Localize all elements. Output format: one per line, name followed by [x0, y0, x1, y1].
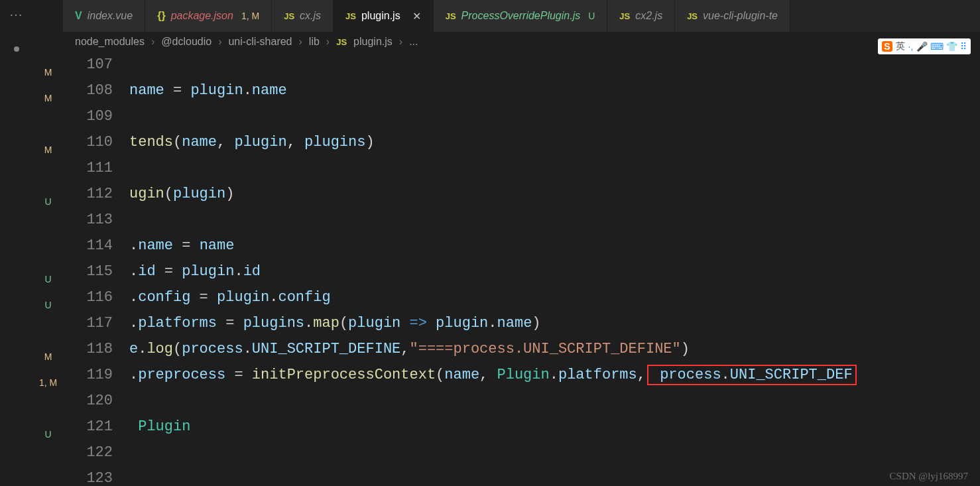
close-icon[interactable]: ✕	[412, 10, 421, 23]
ime-lang[interactable]: 英	[896, 40, 905, 52]
ime-toolbar[interactable]: S 英 ·, 🎤 ⌨ 👕 ⠿	[878, 38, 971, 54]
scm-line-badge	[33, 396, 63, 422]
tab-package-json[interactable]: {}package.json1, M	[145, 0, 272, 32]
scm-line-badge: U	[33, 189, 63, 215]
tab-label: ProcessOverridePlugin.js	[461, 10, 581, 22]
highlighted-code: process.UNI_SCRIPT_DEF	[647, 365, 857, 385]
code-line[interactable]	[129, 103, 980, 129]
line-number: 113	[63, 207, 113, 233]
scm-line-badge	[33, 163, 63, 189]
line-number: 108	[63, 78, 113, 103]
tab-cx2-js[interactable]: JScx2.js	[607, 0, 675, 32]
scm-line-badge	[33, 111, 63, 137]
tab-cx-js[interactable]: JScx.js	[272, 0, 334, 32]
scm-line-badge	[33, 241, 63, 267]
line-number: 119	[63, 362, 113, 388]
line-number: 114	[63, 233, 113, 259]
code-line[interactable]: tends(name, plugin, plugins)	[129, 129, 980, 155]
line-number: 111	[63, 155, 113, 181]
status-dot	[14, 46, 19, 52]
json-icon: {}	[157, 10, 165, 22]
tab-label: cx2.js	[635, 10, 662, 22]
ime-sep: ·,	[908, 41, 914, 52]
crumb[interactable]: lib	[309, 36, 320, 48]
chevron-right-icon: ›	[399, 36, 402, 48]
code-line[interactable]: .preprocess = initPreprocessContext(name…	[129, 362, 980, 388]
code-line[interactable]	[129, 52, 980, 78]
tab-label: package.json	[171, 10, 233, 22]
scm-line-badge	[33, 215, 63, 241]
crumb[interactable]: @dcloudio	[161, 36, 212, 48]
tab-ProcessOverridePlugin-js[interactable]: JSProcessOverridePlugin.jsU	[434, 0, 608, 32]
scm-status-badge: 1, M	[241, 11, 259, 21]
line-number: 109	[63, 103, 113, 129]
code-line[interactable]: e.log(process.UNI_SCRIPT_DEFINE,"====pro…	[129, 336, 980, 362]
line-number-gutter: 1071081091101111121131141151161171181191…	[63, 52, 129, 486]
main-area: Vindex.vue{}package.json1, MJScx.jsJSplu…	[63, 0, 980, 486]
line-number: 122	[63, 440, 113, 465]
line-number: 118	[63, 336, 113, 362]
line-number: 121	[63, 414, 113, 440]
code-line[interactable]: .id = plugin.id	[129, 259, 980, 284]
js-icon: JS	[446, 11, 456, 21]
code-content[interactable]: name = plugin.nametends(name, plugin, pl…	[129, 52, 980, 486]
chevron-right-icon: ›	[326, 36, 330, 48]
code-line[interactable]	[129, 388, 980, 414]
code-line[interactable]: .name = name	[129, 233, 980, 259]
code-line[interactable]: .platforms = plugins.map(plugin => plugi…	[129, 310, 980, 336]
chevron-right-icon: ›	[299, 36, 302, 48]
tab-label: plugin.js	[361, 10, 400, 22]
menu-icon[interactable]: ⋯	[9, 7, 24, 23]
line-number: 123	[63, 465, 113, 486]
code-line[interactable]: name = plugin.name	[129, 78, 980, 103]
scm-line-badge: M	[33, 344, 63, 370]
line-number: 120	[63, 388, 113, 414]
ime-tools[interactable]: 🎤 ⌨ 👕 ⠿	[916, 41, 967, 52]
line-number: 112	[63, 181, 113, 207]
scm-line-badge: 1, M	[33, 370, 63, 396]
activity-bar: ⋯	[0, 0, 33, 486]
sogou-icon[interactable]: S	[882, 41, 892, 52]
tab-vue-cli-plugin-te[interactable]: JSvue-cli-plugin-te	[675, 0, 790, 32]
tab-label: cx.js	[300, 10, 321, 22]
code-line[interactable]	[129, 440, 980, 465]
crumb-symbol[interactable]: ...	[409, 36, 418, 48]
scm-line-badge: U	[33, 292, 63, 318]
code-line[interactable]	[129, 207, 980, 233]
tab-index-vue[interactable]: Vindex.vue	[63, 0, 145, 32]
code-line[interactable]	[129, 155, 980, 181]
scm-line-badge: M	[33, 86, 63, 111]
line-number: 117	[63, 310, 113, 336]
code-line[interactable]	[129, 465, 980, 486]
js-icon: JS	[345, 11, 356, 21]
js-icon: JS	[619, 11, 630, 21]
code-line[interactable]: ugin(plugin)	[129, 181, 980, 207]
scm-line-badge: M	[33, 60, 63, 86]
scm-indicator-column: MMMUUUM1, MU	[33, 0, 63, 486]
js-icon: JS	[284, 11, 294, 21]
js-icon: JS	[336, 37, 347, 47]
scm-line-badge: U	[33, 267, 63, 292]
chevron-right-icon: ›	[151, 36, 154, 48]
code-editor[interactable]: 1071081091101111121131141151161171181191…	[63, 52, 980, 486]
breadcrumb[interactable]: node_modules› @dcloudio› uni-cli-shared›…	[63, 32, 980, 52]
scm-status-badge: U	[588, 11, 595, 21]
crumb[interactable]: node_modules	[75, 36, 145, 48]
scm-line-badge	[33, 318, 63, 344]
tab-label: index.vue	[88, 10, 133, 22]
watermark: CSDN @lyj168997	[890, 471, 968, 482]
crumb[interactable]: uni-cli-shared	[228, 36, 292, 48]
line-number: 110	[63, 129, 113, 155]
line-number: 115	[63, 259, 113, 284]
vue-icon: V	[75, 10, 82, 22]
scm-line-badge: M	[33, 137, 63, 163]
line-number: 107	[63, 52, 113, 78]
code-line[interactable]: .config = plugin.config	[129, 284, 980, 310]
code-line[interactable]: Plugin	[129, 414, 980, 440]
tab-label: vue-cli-plugin-te	[703, 10, 778, 22]
crumb-file[interactable]: plugin.js	[353, 36, 393, 48]
scm-line-badge: U	[33, 422, 63, 448]
chevron-right-icon: ›	[218, 36, 221, 48]
tab-bar: Vindex.vue{}package.json1, MJScx.jsJSplu…	[63, 0, 980, 32]
tab-plugin-js[interactable]: JSplugin.js✕	[334, 0, 434, 32]
